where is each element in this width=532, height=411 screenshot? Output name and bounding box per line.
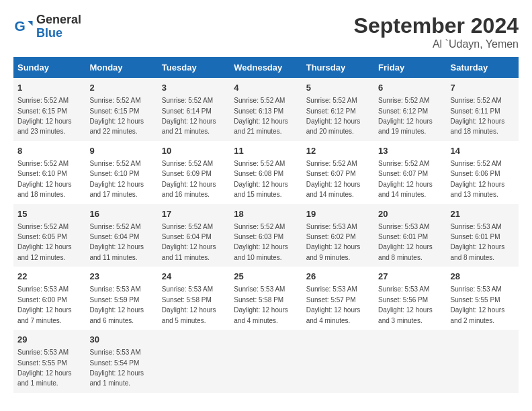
table-row: 5Sunrise: 5:52 AMSunset: 6:12 PMDaylight… <box>302 78 374 141</box>
daylight-info: Daylight: 12 hours and 8 minutes. <box>451 243 505 261</box>
col-tuesday: Tuesday <box>158 57 230 78</box>
sunset-info: Sunset: 6:12 PM <box>306 107 356 115</box>
sunrise-info: Sunrise: 5:52 AM <box>17 97 69 104</box>
sunrise-info: Sunrise: 5:52 AM <box>306 160 357 167</box>
sunrise-info: Sunrise: 5:52 AM <box>451 97 502 104</box>
table-row: 15Sunrise: 5:52 AMSunset: 6:05 PMDayligh… <box>13 204 85 267</box>
svg-text:G: G <box>15 18 26 34</box>
day-number: 30 <box>89 334 153 346</box>
day-number: 19 <box>306 208 370 220</box>
sunrise-info: Sunrise: 5:53 AM <box>162 285 213 293</box>
sunrise-info: Sunrise: 5:52 AM <box>234 97 285 104</box>
table-row: 14Sunrise: 5:52 AMSunset: 6:06 PMDayligh… <box>447 141 519 204</box>
page-header: G General Blue September 2024 Al `Udayn,… <box>13 13 519 50</box>
sunset-info: Sunset: 6:15 PM <box>17 107 67 115</box>
sunset-info: Sunset: 6:10 PM <box>89 170 139 177</box>
sunset-info: Sunset: 6:04 PM <box>162 233 212 240</box>
month-title: September 2024 <box>354 13 519 38</box>
table-row: 27Sunrise: 5:53 AMSunset: 5:56 PMDayligh… <box>374 267 446 330</box>
table-row: 28Sunrise: 5:53 AMSunset: 5:55 PMDayligh… <box>447 267 519 330</box>
sunset-info: Sunset: 6:11 PM <box>451 107 500 115</box>
day-number: 24 <box>162 271 226 283</box>
table-row: 17Sunrise: 5:52 AMSunset: 6:04 PMDayligh… <box>158 204 230 267</box>
logo-blue: Blue <box>36 27 81 40</box>
day-number: 10 <box>162 145 226 157</box>
table-row: 16Sunrise: 5:52 AMSunset: 6:04 PMDayligh… <box>85 204 157 267</box>
sunrise-info: Sunrise: 5:52 AM <box>162 160 213 167</box>
daylight-info: Daylight: 12 hours and 2 minutes. <box>451 306 505 324</box>
table-row: 3Sunrise: 5:52 AMSunset: 6:14 PMDaylight… <box>158 78 230 141</box>
table-row: 2Sunrise: 5:52 AMSunset: 6:15 PMDaylight… <box>85 78 157 141</box>
logo-general: General <box>36 13 81 27</box>
day-number: 16 <box>89 208 153 220</box>
table-row: 29Sunrise: 5:53 AMSunset: 5:55 PMDayligh… <box>13 330 85 393</box>
table-row: 26Sunrise: 5:53 AMSunset: 5:57 PMDayligh… <box>302 267 374 330</box>
calendar-week-row: 8Sunrise: 5:52 AMSunset: 6:10 PMDaylight… <box>13 141 519 204</box>
sunset-info: Sunset: 5:59 PM <box>89 296 139 304</box>
sunrise-info: Sunrise: 5:53 AM <box>89 285 140 293</box>
table-row: 4Sunrise: 5:52 AMSunset: 6:13 PMDaylight… <box>230 78 302 141</box>
sunrise-info: Sunrise: 5:52 AM <box>17 223 69 230</box>
day-number: 2 <box>89 82 153 94</box>
sunset-info: Sunset: 5:57 PM <box>306 296 356 304</box>
day-number: 1 <box>17 82 81 94</box>
header-row: Sunday Monday Tuesday Wednesday Thursday… <box>13 57 519 78</box>
sunrise-info: Sunrise: 5:53 AM <box>451 285 502 293</box>
calendar-week-row: 1Sunrise: 5:52 AMSunset: 6:15 PMDaylight… <box>13 78 519 141</box>
day-number: 18 <box>234 208 298 220</box>
day-number: 7 <box>451 82 515 94</box>
daylight-info: Daylight: 12 hours and 4 minutes. <box>234 306 288 324</box>
day-number: 25 <box>234 271 298 283</box>
table-row: 23Sunrise: 5:53 AMSunset: 5:59 PMDayligh… <box>85 267 157 330</box>
sunrise-info: Sunrise: 5:52 AM <box>234 160 285 167</box>
day-number: 26 <box>306 271 370 283</box>
sunset-info: Sunset: 6:10 PM <box>17 170 67 177</box>
sunset-info: Sunset: 6:08 PM <box>234 170 283 177</box>
sunrise-info: Sunrise: 5:53 AM <box>17 285 69 293</box>
day-number: 20 <box>378 208 442 220</box>
sunset-info: Sunset: 5:58 PM <box>162 296 212 304</box>
sunset-info: Sunset: 5:55 PM <box>451 296 500 304</box>
day-number: 9 <box>89 145 153 157</box>
calendar-week-row: 15Sunrise: 5:52 AMSunset: 6:05 PMDayligh… <box>13 204 519 267</box>
sunrise-info: Sunrise: 5:53 AM <box>378 285 429 293</box>
sunrise-info: Sunrise: 5:53 AM <box>234 285 285 293</box>
day-number: 27 <box>378 271 442 283</box>
daylight-info: Daylight: 12 hours and 4 minutes. <box>306 306 361 324</box>
sunset-info: Sunset: 6:12 PM <box>378 107 428 115</box>
sunrise-info: Sunrise: 5:53 AM <box>17 349 69 356</box>
daylight-info: Daylight: 12 hours and 12 minutes. <box>17 243 72 261</box>
day-number: 11 <box>234 145 298 157</box>
sunset-info: Sunset: 5:55 PM <box>17 359 67 367</box>
title-section: September 2024 Al `Udayn, Yemen <box>354 13 519 50</box>
sunrise-info: Sunrise: 5:53 AM <box>451 223 502 230</box>
sunrise-info: Sunrise: 5:52 AM <box>162 223 213 230</box>
daylight-info: Daylight: 12 hours and 14 minutes. <box>378 181 433 198</box>
sunset-info: Sunset: 6:01 PM <box>378 233 428 240</box>
daylight-info: Daylight: 12 hours and 21 minutes. <box>234 118 288 135</box>
daylight-info: Daylight: 12 hours and 14 minutes. <box>306 181 361 198</box>
sunset-info: Sunset: 6:07 PM <box>306 170 356 177</box>
sunrise-info: Sunrise: 5:53 AM <box>89 349 140 356</box>
table-row <box>374 330 446 393</box>
table-row <box>230 330 302 393</box>
sunrise-info: Sunrise: 5:52 AM <box>17 160 69 167</box>
table-row: 24Sunrise: 5:53 AMSunset: 5:58 PMDayligh… <box>158 267 230 330</box>
daylight-info: Daylight: 12 hours and 8 minutes. <box>378 243 433 261</box>
sunset-info: Sunset: 6:15 PM <box>89 107 139 115</box>
sunrise-info: Sunrise: 5:53 AM <box>306 223 357 230</box>
svg-marker-1 <box>28 21 33 26</box>
col-monday: Monday <box>85 57 157 78</box>
sunrise-info: Sunrise: 5:52 AM <box>89 160 140 167</box>
sunrise-info: Sunrise: 5:52 AM <box>162 97 213 104</box>
sunset-info: Sunset: 6:03 PM <box>234 233 283 240</box>
sunset-info: Sunset: 6:07 PM <box>378 170 428 177</box>
sunset-info: Sunset: 6:01 PM <box>451 233 500 240</box>
table-row: 8Sunrise: 5:52 AMSunset: 6:10 PMDaylight… <box>13 141 85 204</box>
table-row: 1Sunrise: 5:52 AMSunset: 6:15 PMDaylight… <box>13 78 85 141</box>
daylight-info: Daylight: 12 hours and 1 minute. <box>17 369 72 387</box>
daylight-info: Daylight: 12 hours and 15 minutes. <box>234 181 288 198</box>
day-number: 28 <box>451 271 515 283</box>
calendar-table: Sunday Monday Tuesday Wednesday Thursday… <box>13 57 519 393</box>
logo-icon: G <box>13 17 34 37</box>
